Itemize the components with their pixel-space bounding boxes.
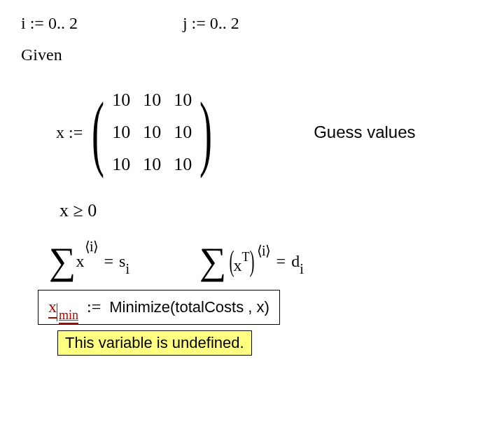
- given-keyword: Given: [21, 46, 483, 64]
- guess-values-label: Guess values: [314, 122, 415, 142]
- matrix-cell: 10: [174, 90, 192, 111]
- assign-op: :=: [87, 298, 101, 316]
- matrix-cell: 10: [112, 90, 130, 111]
- matrix-cell: 10: [174, 122, 192, 143]
- minimize-func: Minimize: [109, 298, 170, 316]
- constraint-rhs: 0: [88, 200, 97, 220]
- sum2-outer-sup: ⟨i⟩: [257, 242, 271, 259]
- sum-demand: ∑ ( xT )⟨i⟩ = di: [200, 242, 304, 280]
- paren-left-icon: (: [92, 94, 104, 170]
- sum2-inner-sup: T: [242, 250, 250, 265]
- paren-left-icon: (: [229, 244, 234, 278]
- var-j: j: [183, 14, 188, 32]
- eq-icon: =: [276, 252, 286, 271]
- sum2-rhs: d: [291, 252, 300, 270]
- error-tooltip: This variable is undefined.: [57, 330, 252, 356]
- matrix-var: x: [56, 123, 64, 141]
- matrix-cell: 10: [174, 154, 192, 175]
- range-i: i := 0.. 2: [21, 14, 78, 33]
- paren-right-icon: ): [249, 244, 254, 278]
- matrix-assignment: x := ( 10 10 10 10 10 10 10 10 10 ) Gues…: [56, 84, 483, 181]
- range-j: j := 0.. 2: [183, 14, 239, 33]
- sum2-inner-base: x: [234, 256, 242, 275]
- minimize-expression-box[interactable]: x min := Minimize(totalCosts , x): [38, 290, 280, 325]
- range-definitions: i := 0.. 2 j := 0.. 2: [21, 14, 483, 33]
- value-i: 0.. 2: [48, 14, 78, 32]
- xmin-sub: min: [59, 308, 78, 324]
- sum1-rhs-sub: i: [125, 261, 130, 276]
- sum1-sup: ⟨i⟩: [85, 239, 99, 254]
- matrix-cell: 10: [143, 90, 161, 111]
- matrix-cell: 10: [143, 122, 161, 143]
- sum2-rhs-sub: i: [300, 261, 304, 276]
- value-j: 0.. 2: [210, 14, 239, 32]
- eq-icon: =: [104, 252, 114, 271]
- sum-constraints: ∑ x⟨i⟩ = si ∑ ( xT )⟨i⟩ = di: [49, 242, 483, 280]
- sum-supply: ∑ x⟨i⟩ = si: [49, 242, 130, 280]
- sigma-icon: ∑: [49, 242, 76, 280]
- matrix-cell: 10: [143, 154, 161, 175]
- matrix-cell: 10: [112, 154, 130, 175]
- geq-icon: ≥: [74, 200, 83, 220]
- xmin-variable[interactable]: x min: [48, 298, 78, 318]
- sum1-base: x: [76, 252, 85, 270]
- xmin-base: x: [48, 298, 57, 318]
- assign-i: :=: [30, 14, 44, 32]
- var-i: i: [21, 14, 26, 32]
- constraint-lhs: x: [59, 200, 69, 220]
- matrix-cell: 10: [112, 122, 130, 143]
- minimize-args: totalCosts , x: [175, 298, 264, 316]
- assign-j: :=: [192, 14, 206, 32]
- matrix-assign: :=: [69, 123, 83, 141]
- edit-cursor-icon: [57, 303, 57, 321]
- paren-right-icon: ): [200, 94, 212, 170]
- sigma-icon: ∑: [200, 242, 227, 280]
- constraint-nonneg: x ≥ 0: [59, 200, 483, 221]
- matrix-literal: ( 10 10 10 10 10 10 10 10 10 ): [88, 84, 216, 181]
